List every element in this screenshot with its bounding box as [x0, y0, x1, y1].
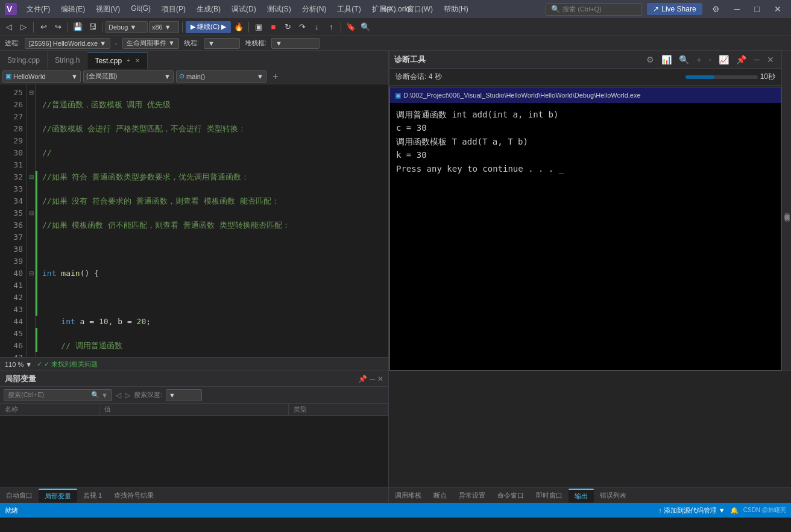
fold-marker[interactable]: ⊟ — [27, 87, 35, 99]
undo-button[interactable]: ↩ — [37, 20, 50, 34]
tab-test-cpp[interactable]: Test.cpp + ✕ — [87, 52, 148, 69]
code-line: //如果 模板函数 仍不能匹配，则查看 普通函数 类型转换能否匹配： — [42, 219, 383, 231]
tab-auto-window[interactable]: 自动窗口 — [0, 489, 39, 502]
menu-analyze[interactable]: 分析(N) — [297, 2, 332, 16]
status-ok: ✓ ✓ 未找到相关问题 — [37, 360, 98, 369]
diag-minimize-button[interactable]: ─ — [751, 55, 762, 64]
menu-tools[interactable]: 工具(T) — [332, 2, 365, 16]
locals-minimize-icon[interactable]: ─ — [370, 375, 375, 383]
debug-config-dropdown[interactable]: Debug ▼ — [106, 21, 148, 33]
statusbar-left: 就绪 — [5, 506, 18, 515]
fold-marker — [27, 304, 35, 316]
nav-back-icon[interactable]: ◁ — [116, 391, 121, 399]
notification-icon[interactable]: 🔔 — [730, 507, 739, 515]
arch-dropdown[interactable]: x86 ▼ — [149, 21, 179, 33]
settings-icon[interactable]: ⚙ — [707, 3, 725, 15]
forward-button[interactable]: ▷ — [17, 20, 30, 34]
search-depth-dropdown[interactable]: ▼ — [166, 389, 202, 401]
tab-watch-1[interactable]: 监视 1 — [77, 489, 108, 502]
tab-locals[interactable]: 局部变量 — [39, 489, 77, 502]
tab-command-window[interactable]: 命令窗口 — [491, 489, 530, 502]
statusbar-right: ↑ 添加到源代码管理 ▼ 🔔 CSDN @韩曙亮 — [658, 506, 786, 515]
menu-debug[interactable]: 调试(D) — [227, 2, 261, 16]
menu-file[interactable]: 文件(F) — [22, 2, 55, 16]
code-content[interactable]: //普通函数，函数模板 调用 优先级 //函数模板 会进行 严格类型匹配，不会进… — [37, 84, 388, 357]
locals-close-icon[interactable]: ✕ — [377, 375, 383, 383]
restart-button[interactable]: ↻ — [281, 20, 294, 34]
statusbar: 就绪 ↑ 添加到源代码管理 ▼ 🔔 CSDN @韩曙亮 — [0, 503, 791, 518]
close-button[interactable]: ✕ — [769, 3, 786, 15]
tab-string-cpp[interactable]: String.cpp — [0, 52, 48, 69]
diag-pin-button[interactable]: 📌 — [734, 55, 749, 64]
menu-view[interactable]: 视图(V) — [91, 2, 125, 16]
step-out-button[interactable]: ↑ — [324, 20, 338, 34]
locals-search-box[interactable]: 搜索(Ctrl+E) 🔍 ▼ — [4, 389, 112, 401]
nav-project-dropdown[interactable]: ▣ HelloWorld ▼ — [2, 70, 81, 83]
tab-immediate[interactable]: 即时窗口 — [530, 489, 569, 502]
locals-pin-icon[interactable]: 📌 — [358, 375, 367, 383]
diag-zoomout-icon[interactable]: - — [706, 55, 714, 64]
lifecycle-dropdown[interactable]: 生命周期事件 ▼ — [122, 38, 179, 49]
console-body: 调用普通函数 int add(int a, int b) c = 30 调用函数… — [390, 103, 781, 180]
save-button[interactable]: 💾 — [71, 20, 84, 34]
menu-git[interactable]: Git(G) — [126, 2, 156, 16]
fold-marker-main[interactable]: ⊟ — [27, 171, 35, 183]
tab-output[interactable]: 输出 — [569, 489, 594, 502]
fire-icon[interactable]: 🔥 — [232, 20, 245, 34]
continue-button[interactable]: ▶ 继续(C) ▶ — [186, 21, 231, 33]
process-dropdown[interactable]: [25596] HelloWorld.exe ▼ — [25, 38, 110, 49]
bookmark-button[interactable]: 🔖 — [344, 20, 358, 34]
tab-error-list[interactable]: 错误列表 — [594, 489, 632, 502]
menu-help[interactable]: 帮助(H) — [439, 2, 473, 16]
back-button[interactable]: ◁ — [2, 20, 16, 34]
tab-find-symbol[interactable]: 查找符号结果 — [108, 489, 160, 502]
tab-breakpoints[interactable]: 断点 — [427, 489, 453, 502]
step-into-button[interactable]: ↓ — [310, 20, 323, 34]
live-share-button[interactable]: ↗ Live Share — [647, 3, 702, 15]
menu-project[interactable]: 项目(P) — [157, 2, 191, 16]
search-box[interactable]: 🔍 搜索 (Ctrl+Q) — [546, 3, 642, 16]
tab-string-h[interactable]: String.h — [48, 52, 87, 69]
fold-marker[interactable]: ⊟ — [27, 207, 35, 219]
time-slider[interactable] — [685, 75, 758, 79]
line-number: 26 — [0, 99, 23, 111]
nav-scope-dropdown[interactable]: (全局范围) ▼ — [83, 70, 174, 83]
diag-gear-icon[interactable]: ⚙ — [644, 55, 657, 64]
stop-button[interactable]: ■ — [266, 20, 280, 34]
stack-dropdown[interactable]: ▼ — [271, 38, 320, 49]
code-line: int a = 10, b = 20; — [42, 316, 383, 328]
console-output-line: 调用函数模板 T add(T a, T b) — [396, 135, 775, 148]
code-line: // 调用普通函数 — [42, 340, 383, 352]
find-button[interactable]: 🔍 — [359, 20, 372, 34]
tab-call-stack[interactable]: 调用堆栈 — [389, 489, 427, 502]
save-all-button[interactable]: 🖫 — [86, 20, 99, 34]
diag-bar-icon[interactable]: 📈 — [716, 55, 731, 64]
maximize-button[interactable]: □ — [750, 3, 764, 15]
menu-test[interactable]: 测试(S) — [262, 2, 296, 16]
redo-button[interactable]: ↪ — [51, 20, 65, 34]
add-tab-button[interactable]: + — [269, 70, 282, 83]
zoom-display[interactable]: 110 % ▼ — [5, 361, 32, 368]
diag-close-button[interactable]: ✕ — [764, 55, 777, 64]
status-ready: 就绪 — [5, 506, 18, 515]
record-button[interactable]: ▣ — [252, 20, 265, 34]
code-area[interactable]: 25 26 27 28 29 30 31 32 33 34 35 36 37 3… — [0, 84, 388, 357]
tab-exception-settings[interactable]: 异常设置 — [453, 489, 491, 502]
nav-scope-label: (全局范围) — [86, 72, 117, 81]
nav-function-dropdown[interactable]: ⊙ main() ▼ — [176, 70, 266, 83]
depth-arrow: ▼ — [169, 392, 175, 399]
menu-edit[interactable]: 编辑(E) — [56, 2, 90, 16]
tab-close-x-icon[interactable]: ✕ — [135, 57, 140, 64]
diag-search-icon[interactable]: 🔍 — [676, 55, 692, 64]
source-control-button[interactable]: ↑ 添加到源代码管理 ▼ — [658, 506, 725, 515]
diag-chart-icon[interactable]: 📊 — [659, 55, 674, 64]
nav-forward-icon[interactable]: ▷ — [125, 391, 130, 399]
bottom-tabs-left: 自动窗口 局部变量 监视 1 查找符号结果 — [0, 489, 389, 502]
fold-marker[interactable]: ⊟ — [27, 268, 35, 280]
menu-build[interactable]: 生成(B) — [192, 2, 225, 16]
diag-zoomin-icon[interactable]: + — [694, 55, 704, 64]
minimize-button[interactable]: ─ — [730, 3, 745, 15]
thread-dropdown[interactable]: ▼ — [204, 38, 240, 49]
tab-test-close-icon[interactable]: + — [127, 57, 130, 64]
step-over-button[interactable]: ↷ — [295, 20, 309, 34]
